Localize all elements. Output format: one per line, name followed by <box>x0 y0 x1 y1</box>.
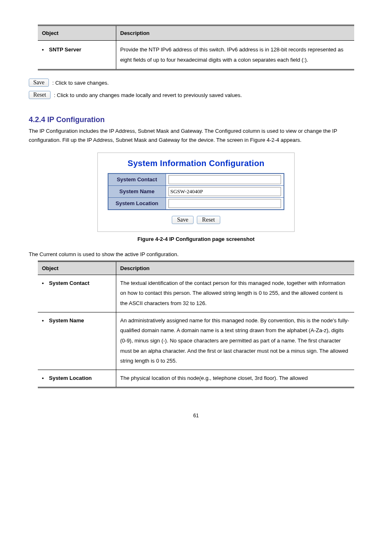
save-button[interactable]: Save <box>29 79 49 87</box>
reset-description: : Click to undo any changes made locally… <box>54 92 242 98</box>
system-location-input[interactable] <box>168 199 281 208</box>
table-row: • SNTP Server Provide the NTP IPv6 addre… <box>38 41 354 70</box>
system-contact-label: System Contact <box>108 173 166 186</box>
system-contact-input[interactable] <box>168 175 281 184</box>
system-name-input[interactable] <box>168 187 281 196</box>
table2-header-object: Object <box>38 261 116 275</box>
table1-header-description: Description <box>116 25 354 41</box>
reset-button-row: Reset : Click to undo any changes made l… <box>29 91 363 99</box>
section-title: 4.2.4 IP Configuration <box>29 116 363 124</box>
table2-row0-description: The textual identification of the contac… <box>116 275 354 312</box>
object-description-table-2: Object Description • System Contact The … <box>38 261 354 388</box>
table-row: System Name <box>108 185 284 197</box>
table2-row2-object: System Location <box>49 375 92 381</box>
table2-row0-object: System Contact <box>49 280 89 286</box>
config-figure: System Information Configuration System … <box>97 153 295 232</box>
table-row: • System Contact The textual identificat… <box>38 275 354 312</box>
config-table: System Contact System Name System Locati… <box>108 173 284 210</box>
table1-header-object: Object <box>38 25 116 41</box>
table-row: • System Name An administratively assign… <box>38 312 354 370</box>
table-row: • System Location The physical location … <box>38 370 354 388</box>
table-row: System Location <box>108 197 284 210</box>
object-description-table-1: Object Description • SNTP Server Provide… <box>38 25 354 70</box>
table1-row0-description: Provide the NTP IPv6 address of this swi… <box>116 41 354 70</box>
config-title: System Information Configuration <box>102 159 290 168</box>
system-name-label: System Name <box>108 185 166 197</box>
save-description: : Click to save changes. <box>52 80 108 86</box>
page-intro: The Current column is used to show the a… <box>29 251 363 257</box>
table2-row2-description: The physical location of this node(e.g.,… <box>116 370 354 388</box>
table1-row0-object: SNTP Server <box>49 46 81 53</box>
system-location-label: System Location <box>108 197 166 210</box>
table2-row1-object: System Name <box>49 317 84 324</box>
config-reset-button[interactable]: Reset <box>197 216 220 224</box>
table-row: System Contact <box>108 173 284 186</box>
figure-caption: Figure 4-2-4 IP Configuration page scree… <box>29 236 363 242</box>
reset-button[interactable]: Reset <box>29 91 51 99</box>
table2-header-description: Description <box>116 261 354 275</box>
save-button-row: Save : Click to save changes. <box>29 79 363 87</box>
page-number: 61 <box>29 413 363 419</box>
section-body: The IP Configuration includes the IP Add… <box>29 127 363 145</box>
table2-row1-description: An administratively assigned name for th… <box>116 312 354 370</box>
config-save-button[interactable]: Save <box>172 216 194 224</box>
